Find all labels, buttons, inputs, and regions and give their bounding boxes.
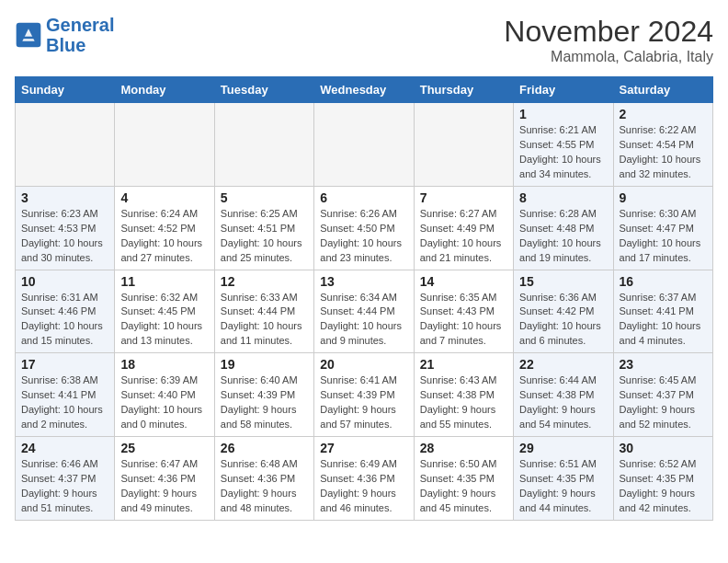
day-info: Sunrise: 6:22 AMSunset: 4:54 PMDaylight:…	[620, 123, 707, 182]
day-number: 27	[320, 441, 407, 455]
calendar-cell: 19Sunrise: 6:40 AMSunset: 4:39 PMDayligh…	[214, 353, 313, 437]
calendar-body: 1Sunrise: 6:21 AMSunset: 4:55 PMDaylight…	[16, 103, 713, 521]
day-info: Sunrise: 6:49 AMSunset: 4:36 PMDaylight:…	[320, 457, 407, 516]
day-number: 23	[620, 357, 707, 372]
calendar-cell: 11Sunrise: 6:32 AMSunset: 4:45 PMDayligh…	[115, 270, 214, 353]
calendar-cell: 26Sunrise: 6:48 AMSunset: 4:36 PMDayligh…	[214, 437, 313, 521]
calendar-cell: 2Sunrise: 6:22 AMSunset: 4:54 PMDaylight…	[613, 103, 712, 187]
day-number: 6	[320, 190, 407, 205]
day-number: 24	[21, 441, 108, 455]
weekday-header: Saturday	[613, 77, 712, 103]
logo: General Blue	[15, 15, 114, 55]
day-info: Sunrise: 6:43 AMSunset: 4:38 PMDaylight:…	[420, 373, 507, 432]
calendar-cell: 20Sunrise: 6:41 AMSunset: 4:39 PMDayligh…	[314, 353, 414, 437]
logo-icon	[15, 21, 42, 49]
day-number: 17	[21, 357, 108, 372]
page-header: General Blue November 2024 Mammola, Cala…	[15, 15, 713, 65]
day-number: 14	[420, 274, 507, 289]
weekday-header: Tuesday	[214, 77, 313, 103]
day-number: 20	[320, 357, 407, 372]
calendar-cell: 15Sunrise: 6:36 AMSunset: 4:42 PMDayligh…	[514, 270, 613, 353]
calendar-cell: 22Sunrise: 6:44 AMSunset: 4:38 PMDayligh…	[514, 353, 613, 437]
day-number: 21	[420, 357, 507, 372]
day-info: Sunrise: 6:45 AMSunset: 4:37 PMDaylight:…	[620, 373, 707, 432]
weekday-header: Friday	[514, 77, 613, 103]
day-info: Sunrise: 6:35 AMSunset: 4:43 PMDaylight:…	[420, 291, 507, 350]
title-block: November 2024 Mammola, Calabria, Italy	[504, 15, 713, 65]
calendar-table: SundayMondayTuesdayWednesdayThursdayFrid…	[15, 76, 713, 521]
day-info: Sunrise: 6:39 AMSunset: 4:40 PMDaylight:…	[120, 373, 208, 432]
calendar-cell: 7Sunrise: 6:27 AMSunset: 4:49 PMDaylight…	[414, 186, 513, 270]
day-number: 28	[420, 441, 507, 455]
day-number: 13	[320, 274, 407, 289]
day-info: Sunrise: 6:41 AMSunset: 4:39 PMDaylight:…	[320, 373, 407, 432]
day-info: Sunrise: 6:27 AMSunset: 4:49 PMDaylight:…	[420, 207, 507, 266]
calendar-cell	[214, 103, 313, 187]
calendar-cell: 6Sunrise: 6:26 AMSunset: 4:50 PMDaylight…	[314, 186, 414, 270]
calendar-cell: 30Sunrise: 6:52 AMSunset: 4:35 PMDayligh…	[613, 437, 712, 521]
weekday-header: Sunday	[16, 77, 115, 103]
day-number: 26	[221, 441, 308, 455]
day-number: 8	[519, 190, 607, 205]
day-info: Sunrise: 6:28 AMSunset: 4:48 PMDaylight:…	[519, 207, 607, 266]
day-number: 16	[620, 274, 707, 289]
calendar-cell: 17Sunrise: 6:38 AMSunset: 4:41 PMDayligh…	[16, 353, 115, 437]
day-number: 5	[221, 190, 308, 205]
day-number: 19	[221, 357, 308, 372]
day-info: Sunrise: 6:24 AMSunset: 4:52 PMDaylight:…	[120, 207, 208, 266]
day-number: 12	[221, 274, 308, 289]
day-number: 18	[120, 357, 208, 372]
day-number: 9	[620, 190, 707, 205]
day-info: Sunrise: 6:34 AMSunset: 4:44 PMDaylight:…	[320, 291, 407, 350]
day-info: Sunrise: 6:51 AMSunset: 4:35 PMDaylight:…	[519, 457, 607, 516]
calendar-cell: 25Sunrise: 6:47 AMSunset: 4:36 PMDayligh…	[115, 437, 214, 521]
svg-rect-2	[22, 37, 34, 40]
day-number: 15	[519, 274, 607, 289]
month-title: November 2024	[504, 15, 713, 49]
calendar-cell: 5Sunrise: 6:25 AMSunset: 4:51 PMDaylight…	[214, 186, 313, 270]
calendar-week-row: 3Sunrise: 6:23 AMSunset: 4:53 PMDaylight…	[16, 186, 713, 270]
day-info: Sunrise: 6:48 AMSunset: 4:36 PMDaylight:…	[221, 457, 308, 516]
day-number: 10	[21, 274, 108, 289]
day-info: Sunrise: 6:38 AMSunset: 4:41 PMDaylight:…	[21, 373, 108, 432]
day-info: Sunrise: 6:30 AMSunset: 4:47 PMDaylight:…	[620, 207, 707, 266]
calendar-cell: 29Sunrise: 6:51 AMSunset: 4:35 PMDayligh…	[514, 437, 613, 521]
day-number: 2	[620, 107, 707, 121]
calendar-cell: 23Sunrise: 6:45 AMSunset: 4:37 PMDayligh…	[613, 353, 712, 437]
calendar-cell: 3Sunrise: 6:23 AMSunset: 4:53 PMDaylight…	[16, 186, 115, 270]
calendar-cell	[115, 103, 214, 187]
day-number: 7	[420, 190, 507, 205]
calendar-cell	[16, 103, 115, 187]
calendar-week-row: 17Sunrise: 6:38 AMSunset: 4:41 PMDayligh…	[16, 353, 713, 437]
calendar-cell: 16Sunrise: 6:37 AMSunset: 4:41 PMDayligh…	[613, 270, 712, 353]
calendar-cell	[414, 103, 513, 187]
day-info: Sunrise: 6:25 AMSunset: 4:51 PMDaylight:…	[221, 207, 308, 266]
calendar-week-row: 1Sunrise: 6:21 AMSunset: 4:55 PMDaylight…	[16, 103, 713, 187]
day-info: Sunrise: 6:46 AMSunset: 4:37 PMDaylight:…	[21, 457, 108, 516]
calendar-week-row: 24Sunrise: 6:46 AMSunset: 4:37 PMDayligh…	[16, 437, 713, 521]
day-number: 29	[519, 441, 607, 455]
day-info: Sunrise: 6:36 AMSunset: 4:42 PMDaylight:…	[519, 291, 607, 350]
logo-text: General Blue	[46, 15, 114, 55]
calendar-cell: 10Sunrise: 6:31 AMSunset: 4:46 PMDayligh…	[16, 270, 115, 353]
calendar-cell: 14Sunrise: 6:35 AMSunset: 4:43 PMDayligh…	[414, 270, 513, 353]
calendar-header-row: SundayMondayTuesdayWednesdayThursdayFrid…	[16, 77, 713, 103]
day-info: Sunrise: 6:33 AMSunset: 4:44 PMDaylight:…	[221, 291, 308, 350]
weekday-header: Monday	[115, 77, 214, 103]
calendar-cell: 4Sunrise: 6:24 AMSunset: 4:52 PMDaylight…	[115, 186, 214, 270]
calendar-cell: 18Sunrise: 6:39 AMSunset: 4:40 PMDayligh…	[115, 353, 214, 437]
weekday-header: Wednesday	[314, 77, 414, 103]
day-info: Sunrise: 6:23 AMSunset: 4:53 PMDaylight:…	[21, 207, 108, 266]
day-number: 30	[620, 441, 707, 455]
calendar-cell: 8Sunrise: 6:28 AMSunset: 4:48 PMDaylight…	[514, 186, 613, 270]
day-number: 3	[21, 190, 108, 205]
location: Mammola, Calabria, Italy	[504, 49, 713, 65]
day-info: Sunrise: 6:37 AMSunset: 4:41 PMDaylight:…	[620, 291, 707, 350]
day-info: Sunrise: 6:31 AMSunset: 4:46 PMDaylight:…	[21, 291, 108, 350]
calendar-cell: 1Sunrise: 6:21 AMSunset: 4:55 PMDaylight…	[514, 103, 613, 187]
day-number: 22	[519, 357, 607, 372]
calendar-cell: 9Sunrise: 6:30 AMSunset: 4:47 PMDaylight…	[613, 186, 712, 270]
day-info: Sunrise: 6:40 AMSunset: 4:39 PMDaylight:…	[221, 373, 308, 432]
calendar-cell: 24Sunrise: 6:46 AMSunset: 4:37 PMDayligh…	[16, 437, 115, 521]
day-info: Sunrise: 6:50 AMSunset: 4:35 PMDaylight:…	[420, 457, 507, 516]
